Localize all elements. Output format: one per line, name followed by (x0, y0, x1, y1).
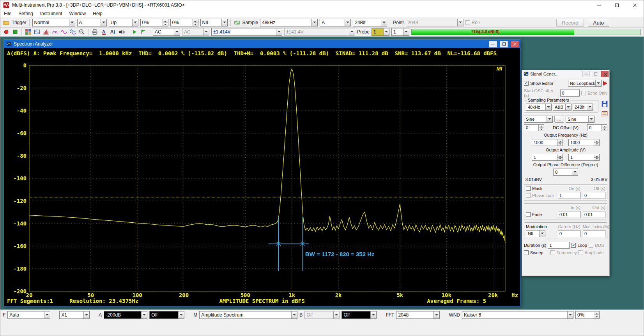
play-icon[interactable] (131, 28, 138, 35)
frequency-a-spinner[interactable]: 1000 (532, 139, 563, 146)
spinner-arrows[interactable] (557, 154, 563, 160)
coupling-a-select[interactable]: AC (153, 28, 180, 36)
trigger-source-select[interactable]: A (77, 19, 107, 26)
oscilloscope-icon[interactable] (34, 28, 41, 35)
trigger-mode-select[interactable]: Normal (32, 19, 75, 26)
modulation-type-select[interactable]: NIL (526, 230, 545, 237)
speaker-icon[interactable] (118, 28, 125, 35)
sweep-checkbox[interactable]: Sweep (524, 250, 543, 255)
dual-trace-icon[interactable] (69, 28, 76, 35)
auto-button[interactable]: Auto (588, 19, 609, 27)
dc-offset-a-spinner[interactable]: 0 (524, 124, 544, 131)
fade-out-input[interactable]: 0.01 (583, 211, 605, 218)
stop-icon[interactable] (12, 28, 19, 35)
menu-setting[interactable]: Setting (15, 10, 36, 18)
sample-rate-select[interactable]: 48kHz (260, 19, 318, 26)
dds-checkbox[interactable]: DDS (589, 243, 604, 248)
zoom-select[interactable]: X1 (59, 311, 90, 319)
spectrum-close-button[interactable] (511, 41, 519, 47)
menu-window[interactable]: Window (65, 10, 89, 18)
menu-help[interactable]: Help (89, 10, 106, 18)
sample-channel-select[interactable]: A (320, 19, 351, 26)
zoom-wave-icon[interactable] (78, 28, 85, 35)
window-function-select[interactable]: Kaiser 6 (462, 311, 573, 319)
waveform-more-button[interactable]: ... (554, 116, 564, 123)
siggen-minimize-button[interactable] (582, 71, 590, 77)
frequency-axis-select[interactable]: Auto (7, 311, 50, 319)
probe-a-select[interactable]: 1 (372, 28, 389, 36)
probe-b-select[interactable]: 1 (391, 28, 409, 36)
start-osc-input[interactable]: 0 (560, 90, 580, 97)
frequency-b-spinner[interactable]: 1000 (568, 139, 600, 146)
sweep-frequency-checkbox[interactable]: Frequency (550, 250, 577, 255)
overlap-spinner[interactable]: 0% (575, 311, 600, 319)
echo-only-checkbox[interactable]: Echo Only (581, 91, 607, 95)
coupling-b-select[interactable]: AC (182, 28, 209, 36)
spinner-arrows[interactable] (594, 311, 599, 318)
amplitude-b-spinner[interactable]: 1 (568, 154, 600, 161)
dc-offset-b-spinner[interactable]: 0 (587, 124, 607, 131)
carrier-input[interactable]: 0 (558, 230, 580, 237)
gen-sample-rate-select[interactable]: 48kHz (526, 104, 552, 111)
amplitude-a-spinner[interactable]: 1 (532, 154, 563, 161)
font-color-icon[interactable]: A (100, 28, 107, 35)
siggen-maximize-button[interactable] (592, 71, 599, 77)
siggen-close-button[interactable] (601, 71, 609, 77)
save-icon[interactable] (601, 100, 608, 108)
spinner-arrows[interactable] (193, 19, 198, 26)
minimize-button[interactable] (590, 0, 608, 10)
menu-instrument[interactable]: Instrument (37, 10, 66, 18)
spinner-arrows[interactable] (594, 139, 599, 146)
b-persistence-select[interactable]: Off (341, 311, 377, 319)
mask-off-input[interactable]: 0 (583, 192, 605, 199)
maximize-button[interactable] (608, 0, 626, 10)
fade-checkbox[interactable]: Fade (526, 212, 556, 217)
record-button[interactable]: Record (556, 19, 584, 27)
record-icon[interactable] (3, 28, 10, 35)
waveform-b-select[interactable]: Sine (566, 116, 594, 123)
printer-icon[interactable] (91, 28, 98, 35)
phase-lock-checkbox[interactable]: Phase Lock (526, 193, 556, 198)
trigger-edge-select[interactable]: Up (109, 19, 138, 26)
siggen-play-button[interactable] (603, 81, 607, 86)
close-button[interactable] (626, 0, 644, 10)
fade-in-input[interactable]: 0.01 (558, 211, 580, 218)
fft-size-select[interactable]: 2048 (396, 311, 440, 319)
loop-checkbox[interactable]: Loop (571, 243, 587, 248)
menu-file[interactable]: File (0, 10, 15, 18)
phase-difference-select[interactable]: 0 (553, 169, 578, 176)
spinner-arrows[interactable] (557, 139, 563, 146)
mask-checkbox[interactable]: Mask (526, 186, 556, 191)
spinner-arrows[interactable] (163, 19, 168, 26)
sweep-amplitude-checkbox[interactable]: Amplitude (579, 250, 604, 255)
spinner-arrows[interactable] (594, 154, 599, 160)
spinner-arrows[interactable] (538, 125, 544, 131)
spectrum-analyzer-icon[interactable] (42, 28, 50, 35)
range-a-select[interactable]: ±1.414V (211, 28, 282, 36)
loopback-select[interactable]: No Loopback (568, 80, 602, 87)
a-range-select[interactable]: -200dB (104, 311, 147, 319)
spinner-arrows[interactable] (602, 125, 607, 131)
duration-input[interactable]: 1 (548, 242, 570, 249)
show-editor-checkbox[interactable]: Show Editor (524, 81, 553, 86)
bit-depth-select[interactable]: 24Bit (353, 19, 387, 26)
points-select[interactable]: 2048 (406, 19, 464, 26)
gen-bits-select[interactable]: 24Bit (573, 104, 593, 111)
range-b-select[interactable]: ±141.4V (284, 28, 355, 36)
siggen-titlebar[interactable]: Signal Gener... (522, 70, 609, 78)
spectrum-minimize-button[interactable] (489, 41, 497, 47)
a-persistence-select[interactable]: Off (149, 311, 184, 319)
mask-on-input[interactable]: 1 (558, 192, 580, 199)
trigger-delay-spinner[interactable]: 0% (170, 19, 198, 26)
editor-icon[interactable] (601, 110, 608, 118)
instrument-panels-icon[interactable] (25, 28, 32, 35)
waveform-a-select[interactable]: Sine (524, 116, 553, 123)
open-folder-icon[interactable] (3, 19, 10, 26)
font-style-icon[interactable]: A (109, 28, 116, 35)
b-range-select[interactable]: Off (304, 311, 340, 319)
mod-index-input[interactable]: 0 (583, 230, 605, 237)
hpf-select[interactable]: NIL (200, 19, 228, 26)
flag-icon[interactable] (140, 28, 147, 35)
spectrum-window-titlebar[interactable]: Spectrum Analyzer (4, 40, 520, 48)
multimeter-icon[interactable] (51, 28, 58, 35)
